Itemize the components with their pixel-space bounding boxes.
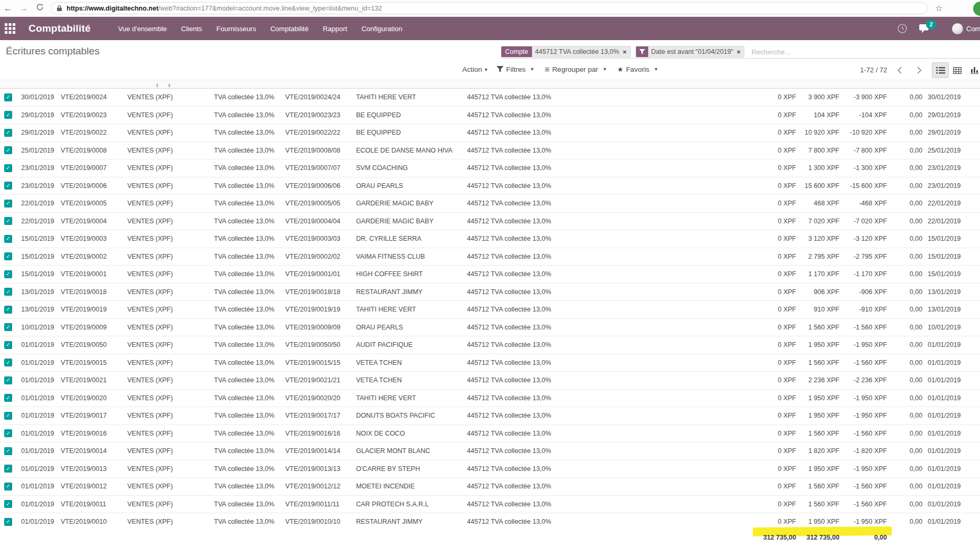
menu-item-report[interactable]: Rapport [323, 25, 347, 33]
cell-account: 445712 TVA collectée 13,0% [463, 354, 746, 372]
favorites-button[interactable]: ★ Favoris [617, 65, 657, 73]
row-checkbox[interactable] [4, 500, 12, 508]
address-bar[interactable]: https://www.digitaltechno.net/web?#actio… [51, 2, 928, 14]
browser-back-icon[interactable]: ← [0, 4, 16, 13]
row-checkbox[interactable] [4, 217, 12, 225]
row-checkbox[interactable] [4, 518, 12, 526]
cell-partner: HIGH COFFEE SHIRT [354, 266, 463, 283]
row-checkbox[interactable] [4, 93, 12, 101]
menu-item-configuration[interactable]: Configuration [361, 25, 402, 33]
list-view-icon [936, 67, 945, 74]
cell-move-number: VTE/2019/0004 [59, 213, 125, 230]
cell-date: 30/01/2019 [19, 89, 59, 106]
row-checkbox[interactable] [4, 235, 12, 243]
cell-partner: SVM COACHING [354, 159, 463, 177]
cell-move-number: VTE/2019/0022 [59, 124, 125, 142]
messages-button[interactable]: 2 [919, 24, 931, 34]
table-row[interactable]: 01/01/2019 VTE/2019/0016 VENTES (XPF) TV… [0, 425, 980, 443]
cell-debit: 0 XPF [746, 107, 799, 124]
table-row[interactable]: 15/01/2019 VTE/2019/0003 VENTES (XPF) TV… [0, 230, 980, 248]
group-by-button[interactable]: ≡ Regrouper par [545, 65, 606, 73]
table-row[interactable]: 01/01/2019 VTE/2019/0014 VENTES (XPF) TV… [0, 442, 980, 460]
row-checkbox[interactable] [4, 252, 12, 260]
row-checkbox[interactable] [4, 359, 12, 366]
table-row[interactable]: 29/01/2019 VTE/2019/0023 VENTES (XPF) TV… [0, 107, 980, 125]
browser-reload-icon[interactable] [32, 3, 48, 13]
row-checkbox[interactable] [4, 394, 12, 402]
apps-grid-icon[interactable] [5, 23, 15, 34]
table-row[interactable]: 15/01/2019 VTE/2019/0002 VENTES (XPF) TV… [0, 248, 980, 266]
cell-debit: 0 XPF [746, 319, 799, 336]
cell-balance: -1 560 XPF [842, 319, 890, 336]
table-row[interactable]: 01/01/2019 VTE/2019/0011 VENTES (XPF) TV… [0, 496, 980, 514]
table-row[interactable]: 15/01/2019 VTE/2019/0001 VENTES (XPF) TV… [0, 266, 980, 284]
row-checkbox[interactable] [4, 483, 12, 491]
row-checkbox[interactable] [4, 129, 12, 137]
user-name[interactable]: Com [966, 25, 980, 33]
row-checkbox[interactable] [4, 270, 12, 278]
table-row[interactable]: 01/01/2019 VTE/2019/0015 VENTES (XPF) TV… [0, 354, 980, 372]
table-row[interactable]: 13/01/2019 VTE/2019/0019 VENTES (XPF) TV… [0, 301, 980, 319]
table-row[interactable]: 30/01/2019 VTE/2019/0024 VENTES (XPF) TV… [0, 89, 980, 107]
row-checkbox[interactable] [4, 200, 12, 208]
pager-next-icon[interactable] [913, 64, 925, 76]
row-checkbox[interactable] [4, 412, 12, 420]
cell-account: 445712 TVA collectée 13,0% [463, 301, 746, 318]
row-checkbox[interactable] [4, 146, 12, 154]
view-pivot-button[interactable] [949, 62, 966, 78]
browser-forward-icon[interactable]: → [16, 4, 32, 13]
view-switcher [932, 62, 980, 78]
view-graph-button[interactable] [966, 62, 980, 78]
row-checkbox[interactable] [4, 447, 12, 455]
menu-item-suppliers[interactable]: Fournisseurs [217, 25, 256, 33]
cell-move-number: VTE/2019/0017 [59, 407, 125, 425]
table-row[interactable]: 13/01/2019 VTE/2019/0018 VENTES (XPF) TV… [0, 284, 980, 301]
row-checkbox[interactable] [4, 429, 12, 437]
table-row[interactable]: 23/01/2019 VTE/2019/0007 VENTES (XPF) TV… [0, 159, 980, 177]
search-placeholder[interactable]: Recherche... [751, 48, 790, 56]
pager-previous-icon[interactable] [894, 64, 906, 76]
table-row[interactable]: 01/01/2019 VTE/2019/0013 VENTES (XPF) TV… [0, 460, 980, 478]
table-row[interactable]: 01/01/2019 VTE/2019/0050 VENTES (XPF) TV… [0, 336, 980, 354]
cell-account: 445712 TVA collectée 13,0% [463, 372, 746, 389]
cell-move-number: VTE/2019/0013 [59, 460, 125, 478]
table-row[interactable]: 25/01/2019 VTE/2019/0008 VENTES (XPF) TV… [0, 142, 980, 160]
cell-amount-currency: 0,00 [890, 390, 925, 407]
row-checkbox[interactable] [4, 376, 12, 384]
row-checkbox[interactable] [4, 288, 12, 296]
table-row[interactable]: 29/01/2019 VTE/2019/0022 VENTES (XPF) TV… [0, 124, 980, 142]
cell-move-number: VTE/2019/0024 [59, 89, 125, 106]
cell-partner: MOETEI INCENDIE [354, 478, 463, 495]
table-row[interactable]: 01/01/2019 VTE/2019/0021 VENTES (XPF) TV… [0, 372, 980, 390]
search-bar[interactable]: Compte 445712 TVA collectée 13,0% Date e… [501, 45, 980, 59]
view-list-button[interactable] [932, 62, 949, 78]
activities-clock-icon[interactable] [897, 23, 908, 34]
menu-item-overview[interactable]: Vue d'ensemble [118, 25, 166, 33]
row-checkbox[interactable] [4, 164, 12, 172]
menu-item-clients[interactable]: Clients [181, 25, 202, 33]
table-row[interactable]: 22/01/2019 VTE/2019/0005 VENTES (XPF) TV… [0, 195, 980, 213]
table-row[interactable]: 01/01/2019 VTE/2019/0012 VENTES (XPF) TV… [0, 478, 980, 496]
facet-remove-icon[interactable] [736, 46, 744, 57]
user-avatar[interactable] [952, 23, 963, 34]
table-row[interactable]: 10/01/2019 VTE/2019/0009 VENTES (XPF) TV… [0, 319, 980, 337]
table-row[interactable]: 01/01/2019 VTE/2019/0020 VENTES (XPF) TV… [0, 390, 980, 408]
facet-remove-icon[interactable] [622, 46, 630, 57]
cell-partner: VAIMA FITNESS CLUB [354, 248, 463, 266]
filters-button[interactable]: Filtres [497, 65, 534, 73]
row-checkbox[interactable] [4, 306, 12, 314]
row-checkbox[interactable] [4, 111, 12, 119]
row-checkbox[interactable] [4, 341, 12, 349]
bookmark-star-icon[interactable]: ☆ [935, 3, 942, 13]
menu-item-accounting[interactable]: Comptabilité [270, 25, 309, 33]
row-checkbox[interactable] [4, 182, 12, 190]
table-row[interactable]: 22/01/2019 VTE/2019/0004 VENTES (XPF) TV… [0, 213, 980, 231]
cell-credit: 906 XPF [799, 284, 842, 301]
action-dropdown[interactable]: Action [462, 65, 488, 73]
row-checkbox[interactable] [4, 465, 12, 473]
table-row[interactable]: 23/01/2019 VTE/2019/0006 VENTES (XPF) TV… [0, 177, 980, 195]
table-row[interactable]: 01/01/2019 VTE/2019/0017 VENTES (XPF) TV… [0, 407, 980, 425]
app-brand[interactable]: Comptabilité [29, 23, 90, 34]
row-checkbox[interactable] [4, 323, 12, 331]
browser-profile-avatar[interactable] [973, 2, 980, 16]
